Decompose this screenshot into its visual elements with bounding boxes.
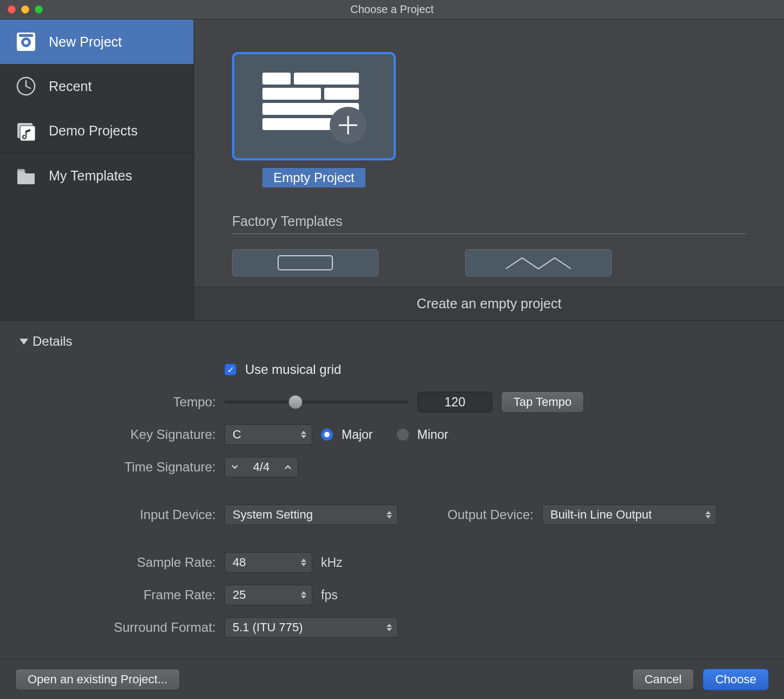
- time-signature-value: 4/4: [245, 460, 278, 474]
- input-device-select[interactable]: System Setting: [224, 504, 398, 525]
- new-project-icon: [15, 31, 37, 53]
- template-description: Create an empty project: [194, 287, 784, 320]
- sidebar-item-recent[interactable]: Recent: [0, 64, 194, 108]
- details-disclosure[interactable]: Details: [20, 334, 764, 349]
- sample-rate-unit: kHz: [321, 555, 343, 570]
- output-device-value: Built-in Line Output: [550, 508, 652, 522]
- template-label: Empty Project: [262, 168, 365, 187]
- tempo-value[interactable]: 120: [417, 392, 492, 412]
- tap-tempo-button[interactable]: Tap Tempo: [501, 391, 584, 413]
- use-musical-grid-checkbox[interactable]: ✓: [224, 364, 236, 376]
- svg-line-6: [26, 86, 30, 88]
- output-device-select[interactable]: Built-in Line Output: [542, 504, 717, 525]
- slider-knob[interactable]: [288, 395, 303, 409]
- demo-projects-icon: [15, 120, 37, 141]
- folder-icon: [15, 165, 37, 186]
- sidebar-item-label: My Templates: [49, 168, 132, 184]
- stepper-icon: [301, 591, 306, 599]
- main-area: Empty Project Factory Templates Create a…: [194, 20, 784, 320]
- sidebar-item-my-templates[interactable]: My Templates: [0, 153, 194, 198]
- frame-rate-unit: fps: [321, 588, 338, 603]
- output-device-label: Output Device:: [429, 507, 534, 522]
- details-panel: Details ✓ Use musical grid Tempo: 120 Ta…: [0, 320, 784, 659]
- titlebar: Choose a Project: [0, 0, 784, 20]
- surround-format-value: 5.1 (ITU 775): [233, 620, 303, 635]
- svg-rect-3: [19, 34, 33, 37]
- project-chooser-window: Choose a Project New Project Recent: [0, 0, 784, 699]
- minor-label: Minor: [417, 428, 449, 442]
- svg-rect-8: [20, 126, 35, 141]
- stepper-icon: [387, 624, 392, 631]
- sidebar: New Project Recent Demo Projects My Temp: [0, 20, 194, 320]
- window-controls: [8, 5, 43, 14]
- details-header-label: Details: [33, 334, 72, 349]
- major-label: Major: [342, 428, 373, 442]
- sidebar-item-label: New Project: [49, 34, 122, 50]
- input-device-value: System Setting: [233, 508, 313, 522]
- frame-rate-select[interactable]: 25: [224, 585, 312, 605]
- input-device-label: Input Device:: [34, 507, 224, 522]
- open-existing-project-button[interactable]: Open an existing Project...: [15, 669, 180, 690]
- window-title: Choose a Project: [0, 3, 784, 16]
- key-signature-select[interactable]: C: [224, 424, 312, 445]
- sidebar-item-label: Recent: [49, 79, 92, 94]
- use-musical-grid-label: Use musical grid: [245, 362, 341, 377]
- frame-rate-value: 25: [233, 588, 246, 602]
- surround-format-label: Surround Format:: [34, 620, 224, 635]
- minimize-icon[interactable]: [21, 5, 29, 14]
- svg-rect-10: [294, 73, 359, 85]
- factory-template-1[interactable]: [232, 249, 378, 276]
- factory-template-2[interactable]: [465, 249, 612, 276]
- frame-rate-label: Frame Rate:: [34, 587, 224, 603]
- cancel-button[interactable]: Cancel: [632, 669, 694, 690]
- svg-rect-18: [278, 256, 332, 270]
- templates-list: Empty Project Factory Templates: [194, 20, 784, 287]
- svg-rect-11: [262, 88, 321, 100]
- factory-templates-row: [232, 249, 746, 276]
- template-empty-project[interactable]: Empty Project: [232, 52, 396, 187]
- sidebar-item-demo-projects[interactable]: Demo Projects: [0, 108, 194, 153]
- key-signature-label: Key Signature:: [34, 427, 224, 442]
- content-area: New Project Recent Demo Projects My Temp: [0, 20, 784, 320]
- svg-rect-12: [324, 88, 359, 100]
- footer: Open an existing Project... Cancel Choos…: [0, 659, 784, 699]
- stepper-icon: [301, 559, 306, 566]
- template-thumbnail: [232, 52, 396, 160]
- choose-button[interactable]: Choose: [703, 669, 769, 690]
- stepper-icon: [387, 511, 392, 519]
- close-icon[interactable]: [8, 5, 16, 14]
- sample-rate-label: Sample Rate:: [34, 555, 224, 570]
- svg-rect-9: [262, 73, 291, 85]
- chevron-down-icon[interactable]: [225, 465, 245, 469]
- surround-format-select[interactable]: 5.1 (ITU 775): [224, 617, 398, 638]
- factory-templates-header: Factory Templates: [232, 213, 746, 234]
- time-signature-stepper[interactable]: 4/4: [224, 457, 298, 477]
- svg-point-2: [24, 40, 28, 44]
- sidebar-item-label: Demo Projects: [49, 123, 138, 139]
- disclosure-triangle-icon: [20, 339, 28, 345]
- tempo-label: Tempo:: [34, 394, 224, 410]
- time-signature-label: Time Signature:: [34, 459, 224, 475]
- sidebar-item-new-project[interactable]: New Project: [0, 20, 194, 64]
- zoom-icon[interactable]: [35, 5, 43, 14]
- stepper-icon: [705, 511, 711, 519]
- stepper-icon: [301, 431, 306, 438]
- key-signature-value: C: [233, 428, 241, 442]
- minor-radio[interactable]: [397, 429, 409, 441]
- svg-rect-14: [262, 118, 333, 130]
- major-radio[interactable]: [321, 429, 333, 441]
- chevron-up-icon[interactable]: [278, 465, 298, 469]
- sample-rate-value: 48: [233, 555, 246, 569]
- tempo-slider[interactable]: [224, 400, 409, 404]
- clock-icon: [15, 75, 37, 97]
- sample-rate-select[interactable]: 48: [224, 552, 312, 573]
